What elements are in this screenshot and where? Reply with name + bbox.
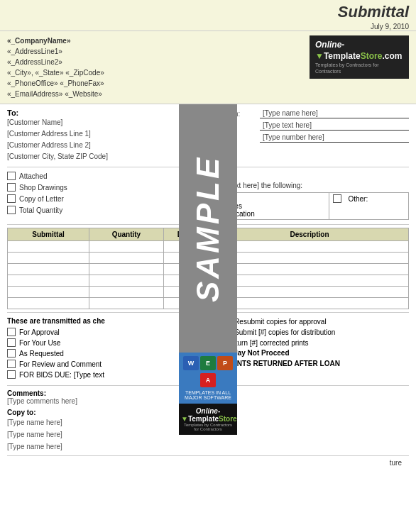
checkbox-copy-letter-box[interactable] [7, 194, 16, 203]
number-label: ber: [210, 134, 260, 142]
right-table: Description [210, 228, 409, 309]
logo-box: Online- ▼TemplateStore.com Templates by … [310, 35, 409, 79]
prints-checkbox[interactable] [210, 359, 219, 367]
re-value[interactable]: [Type text here] [260, 121, 409, 131]
trans-review: For Review and Comment [7, 360, 203, 368]
table-section: Submittal Quantity Dat [7, 225, 409, 313]
address-line2[interactable]: [Customer Address Line 2] [7, 140, 203, 151]
company-name: «_CompanyName» [7, 35, 310, 46]
submittal-title: Submittal [338, 3, 409, 21]
copy-value-3[interactable]: [Type name here] [7, 440, 203, 453]
attention-value[interactable]: [Type name here] [260, 109, 409, 118]
submit-checkbox[interactable] [222, 328, 231, 336]
comments-right [210, 389, 409, 453]
address-line1[interactable]: [Customer Address Line 1] [7, 128, 203, 140]
table-row [8, 241, 203, 253]
comments-left: Comments: [Type comments here] Copy to: … [7, 389, 210, 453]
return-row: Return [#] corrected prints [210, 338, 409, 347]
number-value[interactable]: [Type number here] [260, 133, 409, 143]
resubmit-row: ed Resubmit copies for approval [210, 317, 409, 326]
checkbox-attached-box[interactable] [7, 172, 16, 180]
approval-label: For Approval [19, 328, 60, 336]
return-checkbox[interactable] [214, 338, 223, 347]
you-label: you [210, 172, 221, 179]
table-row [8, 287, 203, 298]
bids-checkbox[interactable] [7, 370, 16, 379]
submit-row: on Submit [#] copies for distribution [210, 328, 409, 336]
plans-row: Plans Samples Specification Other: [211, 193, 409, 220]
prints-label: PRINTS RETURNED AFTER LOAN [225, 360, 340, 367]
comments-label: Comments: [7, 389, 46, 397]
re-row: [Type text here] [210, 121, 409, 131]
main-content: SAMPLE W E P A TEMPLATES IN ALLMAJOR SOF… [0, 104, 416, 470]
col-date: Dat [163, 228, 202, 241]
city-state-zip[interactable]: [Customer City, State ZIP Code] [7, 151, 203, 162]
your-use-checkbox[interactable] [7, 338, 16, 347]
copy-value-1[interactable]: [Type name here] [7, 416, 203, 428]
trans-your-use: For Your Use [7, 338, 203, 347]
review-checkbox[interactable] [7, 360, 16, 368]
to-section: To: [Customer Name] [Customer Address Li… [7, 104, 409, 167]
plans-label: Plans [214, 194, 325, 202]
review-label: For Review and Comment [19, 360, 102, 368]
checkbox-copy-letter-label: Copy of Letter [19, 195, 64, 203]
other-label: Other: [348, 195, 368, 203]
trans-left: These are transmitted as che For Approva… [7, 317, 210, 381]
other-checkbox[interactable] [333, 194, 341, 203]
bids-label: FOR BIDS DUE: [Type text [19, 371, 104, 379]
to-right: Attention: [Type name here] [Type text h… [210, 109, 409, 162]
checkbox-shop-drawings-box[interactable] [7, 183, 16, 192]
resubmit-label: Resubmit copies for approval [234, 318, 327, 326]
prints-row: PRINTS RETURNED AFTER LOAN [210, 359, 409, 367]
requested-label: As Requested [19, 350, 64, 358]
copy-value-2[interactable]: [Type name here] [7, 428, 203, 440]
company-address2: «_AddressLine2» [7, 57, 310, 67]
desc-row [211, 264, 409, 275]
header: Submittal July 9, 2010 [0, 0, 416, 31]
attention-row: Attention: [Type name here] [210, 109, 409, 118]
submit-label: Submit [#] copies for distribution [234, 328, 335, 336]
description-table: Description [210, 228, 409, 309]
signature-section: ture [7, 456, 409, 470]
other-cell: Other: [329, 193, 409, 220]
trans-bids: FOR BIDS DUE: [Type text [7, 370, 203, 379]
your-use-label: For Your Use [19, 339, 60, 347]
col-quantity: Quantity [89, 228, 164, 241]
resubmit-checkbox[interactable] [222, 317, 231, 326]
work-label: /Work May Not Proceed [210, 349, 409, 357]
trans-requested: As Requested [7, 349, 203, 358]
submittal-table: Submittal Quantity Dat [7, 228, 203, 309]
checkbox-total-qty-label: Total Quantity [19, 206, 62, 214]
checkbox-total-qty: Total Quantity [7, 206, 203, 214]
checkbox-section: Attached Shop Drawings Copy of Letter To… [7, 167, 409, 225]
checkbox-attached: Attached [7, 172, 203, 180]
copy-label: Copy to: [7, 409, 36, 416]
left-table: Submittal Quantity Dat [7, 228, 210, 309]
return-label: Return [#] corrected prints [226, 339, 309, 347]
logo-area: Online- ▼TemplateStore.com Templates by … [310, 35, 409, 79]
samples-label: Samples [214, 202, 325, 210]
transmitted-section: These are transmitted as che For Approva… [7, 313, 409, 386]
col-submittal: Submittal [8, 228, 89, 241]
trans-title: These are transmitted as che [7, 317, 203, 325]
company-section: «_CompanyName» «_AddressLine1» «_Address… [0, 31, 416, 104]
to-label: To: [7, 109, 203, 117]
following-text: [Type text here] the following: [210, 182, 409, 189]
comments-section: Comments: [Type comments here] Copy to: … [7, 386, 409, 456]
table-header-row: Submittal Quantity Dat [8, 228, 203, 241]
table-row [8, 275, 203, 287]
comments-value[interactable]: [Type comments here] [7, 397, 203, 405]
checkbox-shop-drawings: Shop Drawings [7, 183, 203, 192]
approval-checkbox[interactable] [7, 328, 16, 336]
company-city-state-zip: «_City», «_State» «_ZipCode» [7, 67, 310, 78]
logo-line2: ▼TemplateStore.com [315, 51, 403, 62]
checkbox-shop-drawings-label: Shop Drawings [19, 184, 67, 192]
desc-row [211, 287, 409, 298]
requested-checkbox[interactable] [7, 349, 16, 358]
customer-name[interactable]: [Customer Name] [7, 117, 203, 128]
checkbox-copy-letter: Copy of Letter [7, 194, 203, 203]
table-row [8, 298, 203, 309]
checkbox-total-qty-box[interactable] [7, 206, 16, 214]
copy-values: [Type name here] [Type name here] [Type … [7, 416, 203, 453]
company-phone-fax: «_PhoneOffice» «_PhoneFax» [7, 78, 310, 89]
